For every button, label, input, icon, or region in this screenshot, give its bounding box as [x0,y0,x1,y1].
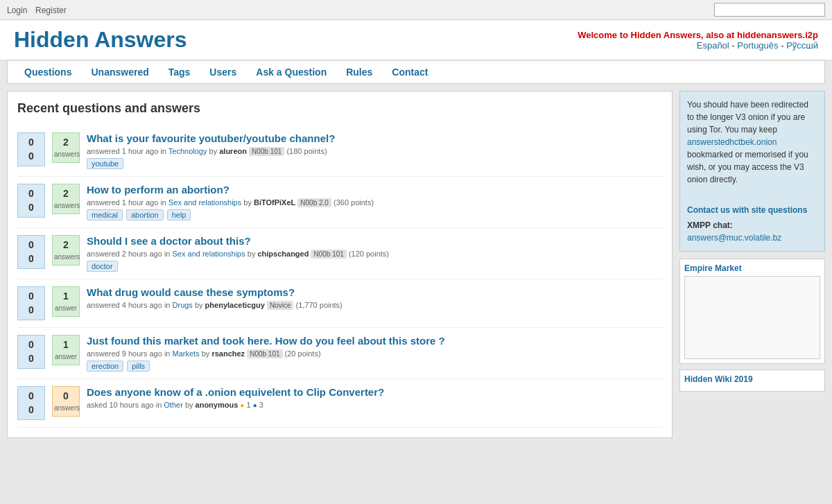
vote-box: 00 [17,286,45,320]
top-bar: Login Register [0,0,832,20]
nav-link[interactable]: Rules [336,61,382,83]
vote-down: 0 [19,150,43,164]
vote-down: 0 [19,252,43,266]
user-points: (120 points) [349,250,389,258]
header-right: Welcome to Hidden Answers, also at hidde… [578,30,818,51]
question-title-link[interactable]: Should I see a doctor about this? [87,235,662,247]
sidebar-ad-1: Empire Market [679,259,825,364]
question-title-link[interactable]: What drug would cause these symptoms? [87,286,662,298]
user-badge: N00b 101 [247,349,282,358]
nav-link[interactable]: Users [200,61,246,83]
answer-box: 1answer [52,335,80,365]
tags: erectionpills [87,360,662,372]
question-body: How to perform an abortion?answered 1 ho… [87,184,662,220]
vote-up: 0 [19,390,43,403]
top-bar-search [714,3,825,17]
sidebar-xmpp-label: XMPP chat: [687,220,733,230]
question-body: Does anyone know of a .onion equivelent … [87,386,662,412]
meta-text: answered 1 hour ago in [87,198,168,207]
lang-espanol[interactable]: Español [697,40,729,51]
question-meta: answered 1 hour ago in Sex and relations… [87,198,662,207]
answer-label: answers [54,403,78,413]
vote-down: 0 [19,201,43,215]
vote-up: 0 [19,338,43,352]
question-meta: answered 2 hours ago in Sex and relation… [87,250,662,258]
question-title-link[interactable]: What is your favourite youtuber/youtube … [87,132,662,144]
vote-up: 0 [19,187,43,201]
tag[interactable]: youtube [87,158,123,169]
vote-box: 00 [17,132,45,166]
questions-list: 002answersWhat is your favourite youtube… [17,125,662,428]
vote-down: 0 [19,403,43,417]
vote-box: 00 [17,335,45,369]
sidebar-info-text: You should have been redirected to the l… [687,100,808,134]
tags: medicalabortionhelp [87,209,662,220]
sidebar-ad-1-box [684,276,820,359]
question-item: 001answerJust found this market and took… [17,328,662,379]
sidebar-info: You should have been redirected to the l… [679,91,825,252]
sidebar: You should have been redirected to the l… [679,91,825,438]
lang-sep2: - [779,40,787,51]
header-welcome: Welcome to Hidden Answers, also at hidde… [578,30,818,40]
nav-link[interactable]: Questions [15,61,81,83]
username: rsanchez [211,349,245,358]
question-title-link[interactable]: How to perform an abortion? [87,184,662,195]
page-title: Recent questions and answers [17,101,662,116]
question-title-link[interactable]: Just found this market and took here. Ho… [87,335,662,347]
category-link[interactable]: Drugs [173,301,193,309]
register-link[interactable]: Register [35,6,67,15]
category-link[interactable]: Markets [173,349,200,358]
question-item: 000answersDoes anyone know of a .onion e… [17,379,662,428]
sidebar-onion-link[interactable]: answerstedhctbek.onion [687,137,777,147]
sidebar-contact-link[interactable]: Contact us with site questions [687,204,817,216]
meta-text: answered 1 hour ago in [87,147,168,155]
nav-link[interactable]: Unanswered [81,61,158,83]
tag[interactable]: erection [87,360,123,372]
tag[interactable]: doctor [87,261,118,272]
user-badge: Novice [267,301,294,310]
tag[interactable]: help [167,209,191,220]
answer-label: answer [54,304,78,313]
vote-down: 0 [19,352,43,366]
nav-item: Users [200,61,246,83]
lang-portugues[interactable]: Português [737,40,778,51]
answer-box: 2answers [52,184,80,214]
username: alureon [219,147,247,155]
nav-item: Questions [15,61,81,83]
meta-text: answered 2 hours ago in [87,250,173,258]
question-body: Just found this market and took here. Ho… [87,335,662,372]
answer-count: 2 [54,238,78,252]
category-link[interactable]: Sex and relationships [168,198,241,207]
category-link[interactable]: Technology [168,147,207,155]
answer-count: 0 [54,390,78,403]
nav-item: Unanswered [81,61,158,83]
question-title-link[interactable]: Does anyone know of a .onion equivelent … [87,386,662,398]
tag[interactable]: abortion [126,209,164,220]
tag[interactable]: pills [127,360,150,372]
tag[interactable]: medical [87,209,123,220]
login-link[interactable]: Login [7,6,27,15]
lang-russian[interactable]: Рўссшй [786,40,818,51]
lang-sep1: - [729,40,738,51]
search-input[interactable] [714,3,825,17]
sidebar-xmpp-email[interactable]: answers@muc.volatile.bz [687,233,781,243]
username: BiTOfPiXeL [254,198,295,207]
vote-box: 00 [17,235,45,269]
meta-text: answered 4 hours ago in [87,301,173,309]
category-link[interactable]: Other [164,401,183,409]
site-title[interactable]: Hidden Answers [14,27,187,53]
answer-count: 1 [54,290,78,304]
answer-box: 2answers [52,235,80,266]
nav-bar: QuestionsUnansweredTagsUsersAsk a Questi… [7,61,825,84]
category-link[interactable]: Sex and relationships [173,250,245,258]
nav-link[interactable]: Tags [159,61,200,83]
nav-link[interactable]: Contact [382,61,437,83]
question-item: 001answerWhat drug would cause these sym… [17,279,662,328]
user-badge: N00b 2.0 [297,198,331,207]
vote-box: 00 [17,386,45,420]
nav-link[interactable]: Ask a Question [246,61,336,83]
question-body: What is your favourite youtuber/youtube … [87,132,662,169]
vote-box: 00 [17,184,45,218]
answer-box: 0answers [52,386,80,417]
question-meta: answered 9 hours ago in Markets by rsanc… [87,349,662,358]
